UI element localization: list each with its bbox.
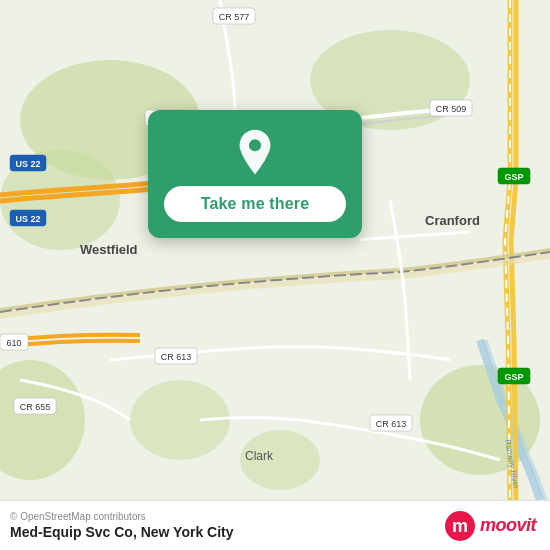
location-popup: Take me there	[148, 110, 362, 238]
svg-text:GSP: GSP	[504, 172, 523, 182]
svg-text:Clark: Clark	[245, 449, 274, 463]
map-attribution: © OpenStreetMap contributors	[10, 511, 234, 522]
bottom-bar-info: © OpenStreetMap contributors Med-Equip S…	[10, 511, 234, 540]
svg-text:m: m	[452, 516, 468, 536]
svg-text:CR 613: CR 613	[161, 352, 192, 362]
svg-text:CR 509: CR 509	[436, 104, 467, 114]
svg-text:US 22: US 22	[15, 159, 40, 169]
bottom-bar: © OpenStreetMap contributors Med-Equip S…	[0, 500, 550, 550]
svg-text:GSP: GSP	[504, 372, 523, 382]
map-container: CR 577 US 22 US 22 CR 509 CR 509 GSP 610…	[0, 0, 550, 500]
svg-text:CR 613: CR 613	[376, 419, 407, 429]
moovit-logo: m moovit	[444, 510, 536, 542]
svg-text:Cranford: Cranford	[425, 213, 480, 228]
svg-text:CR 577: CR 577	[219, 12, 250, 22]
location-title: Med-Equip Svc Co, New York City	[10, 524, 234, 540]
moovit-icon: m	[444, 510, 476, 542]
moovit-text: moovit	[480, 515, 536, 536]
map-pin-icon	[231, 128, 279, 176]
svg-text:610: 610	[6, 338, 21, 348]
svg-text:Westfield: Westfield	[80, 242, 138, 257]
svg-text:US 22: US 22	[15, 214, 40, 224]
take-me-there-button[interactable]: Take me there	[164, 186, 346, 222]
svg-point-34	[249, 139, 261, 151]
svg-text:CR 655: CR 655	[20, 402, 51, 412]
